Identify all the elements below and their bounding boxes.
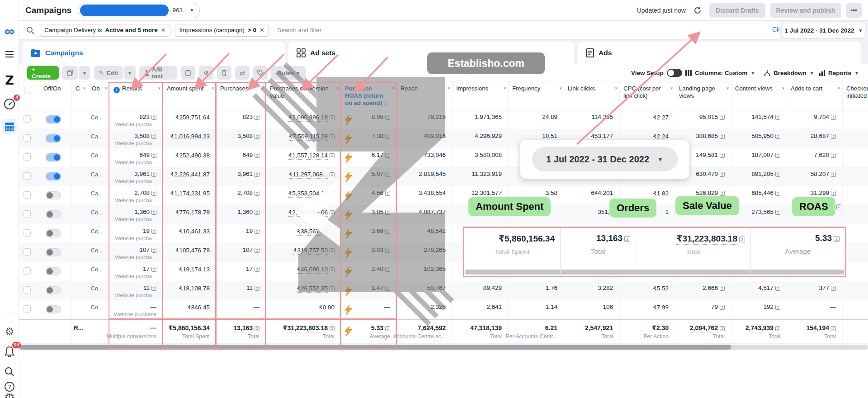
row-toggle[interactable]: [40, 243, 71, 262]
label-orders: Orders: [609, 199, 656, 218]
col-header-adds-to-cart[interactable]: Adds to cart▾: [787, 81, 842, 110]
row-checkbox[interactable]: [19, 148, 40, 167]
checkbox-icon: [24, 229, 31, 237]
duplicate-button[interactable]: [62, 66, 78, 80]
discard-drafts-button[interactable]: Discard Drafts: [709, 3, 765, 18]
pin-button[interactable]: [181, 66, 195, 80]
row-toggle[interactable]: [40, 110, 71, 129]
row-checkbox[interactable]: [19, 129, 40, 148]
col-header-objective[interactable]: Ob▾: [88, 81, 109, 110]
view-setup-toggle[interactable]: View Setup: [631, 66, 682, 80]
cell: 7,6202: [787, 148, 842, 167]
toggle-on-icon: [46, 134, 61, 142]
tab-ads[interactable]: Ads: [578, 42, 861, 64]
col-header-reach[interactable]: Reach▾: [396, 81, 452, 110]
attribution-icon: 2: [775, 134, 780, 139]
select-all-checkbox[interactable]: [19, 81, 40, 110]
highlight-box-roas: [340, 82, 397, 349]
export-button[interactable]: ⇄: [235, 66, 250, 80]
row-toggle[interactable]: [40, 148, 71, 167]
row-toggle[interactable]: [40, 186, 71, 205]
row-checkbox[interactable]: [19, 205, 40, 224]
bug-icon[interactable]: [0, 392, 19, 398]
filter-chip-impressions[interactable]: Impressions (campaign)> 0 ✕: [175, 24, 269, 37]
row-checkbox[interactable]: [19, 243, 40, 262]
search-icon[interactable]: [0, 365, 19, 379]
summary-value: 5.332: [751, 233, 845, 243]
cell-campaign: [71, 148, 88, 167]
attribution-icon: 2: [720, 172, 725, 177]
cell-campaign: [71, 262, 88, 281]
meta-logo-icon[interactable]: ∞: [0, 24, 19, 39]
checkbox-icon: [24, 210, 31, 218]
cell: ₹2.27: [619, 110, 675, 129]
edit-button[interactable]: ✎Edit: [94, 66, 123, 80]
col-header-frequency[interactable]: Frequency▾: [508, 81, 564, 110]
row-checkbox[interactable]: [19, 300, 40, 319]
cell-checkout: [842, 300, 868, 319]
col-header-campaign[interactable]: C▾: [71, 81, 88, 110]
reports-button[interactable]: Reports▼: [819, 66, 859, 80]
review-publish-button[interactable]: Review and publish: [770, 3, 842, 18]
row-toggle[interactable]: [40, 300, 71, 319]
row-checkbox[interactable]: [19, 167, 40, 186]
row-checkbox[interactable]: [19, 224, 40, 243]
row-toggle[interactable]: [40, 262, 71, 281]
tag-icon[interactable]: [253, 66, 268, 80]
edit-caret-button[interactable]: ▾: [124, 66, 136, 80]
breakdown-button[interactable]: Breakdown▼: [764, 66, 814, 80]
row-checkbox[interactable]: [19, 186, 40, 205]
cell-value: ₹7.99: [653, 304, 669, 311]
brand-z-icon[interactable]: Z: [0, 71, 19, 89]
row-toggle[interactable]: [40, 129, 71, 148]
summary-value: 13,1632: [561, 233, 636, 243]
summary-cell: 5.332Average: [750, 228, 845, 276]
columns-button[interactable]: Columns: Custom▼: [685, 66, 755, 80]
col-header-landing-page-views[interactable]: Landing page views▾: [675, 81, 731, 110]
row-checkbox[interactable]: [19, 281, 40, 300]
cell-sublabel: Per Action: [643, 333, 669, 340]
attribution-icon: 2: [775, 191, 780, 196]
cell-value: 12,301,577: [471, 190, 502, 196]
row-checkbox[interactable]: [19, 262, 40, 281]
date-range-selector[interactable]: 1 Jul 2022 - 31 Dec 2022 ▼: [783, 23, 865, 38]
cell-value: 192: [763, 303, 774, 311]
create-button[interactable]: + Create: [27, 66, 59, 80]
attribution-icon: 2: [624, 236, 630, 242]
account-selector[interactable]: 963.. ▼: [78, 3, 200, 18]
col-header-content-views[interactable]: Content views▾: [731, 81, 787, 110]
row-toggle[interactable]: [40, 224, 71, 243]
campaigns-grid-icon[interactable]: [0, 118, 19, 135]
col-header-checkout-initiated[interactable]: Checkout initiated: [842, 81, 868, 110]
close-icon[interactable]: ✕: [161, 27, 166, 33]
close-icon[interactable]: ✕: [259, 27, 264, 33]
rules-button[interactable]: Rules▾: [271, 66, 306, 80]
more-options-button[interactable]: •••: [846, 3, 862, 18]
menu-icon[interactable]: [0, 48, 19, 61]
col-header-link-clicks[interactable]: Link clicks▾: [564, 81, 619, 110]
refresh-icon[interactable]: [690, 4, 705, 17]
notifications-bell-icon[interactable]: 99: [0, 343, 19, 361]
filter-chip-delivery[interactable]: Campaign Delivery isActive and 5 more ✕: [40, 24, 170, 37]
cell: 141,5742: [731, 110, 787, 129]
ab-test-button[interactable]: A/B test: [139, 66, 177, 80]
delete-button[interactable]: [217, 66, 231, 80]
row-toggle[interactable]: [40, 281, 71, 300]
duplicate-caret-button[interactable]: ▾: [79, 66, 90, 80]
summary-label: Total: [561, 247, 636, 256]
col-header-impressions[interactable]: Impressions▾: [452, 81, 508, 110]
date-callout-pill[interactable]: 1 Jul 2022 - 31 Dec 2022 ▼: [532, 147, 678, 171]
row-checkbox[interactable]: [19, 110, 40, 129]
settings-gear-icon[interactable]: ⚙: [0, 324, 19, 339]
highlight-totals-line: [108, 318, 397, 320]
undo-icon[interactable]: ↺: [199, 66, 213, 80]
toggle-off-icon: [46, 229, 61, 237]
row-toggle[interactable]: [40, 205, 71, 224]
search-filter-placeholder[interactable]: Search and filter: [277, 27, 321, 33]
cell: 273,5652: [731, 205, 787, 224]
col-header-cpc-cost-per-link-click[interactable]: CPC (cost per link click)▾: [619, 81, 675, 110]
tab-campaigns[interactable]: Campaigns: [23, 42, 285, 64]
col-header-off-on[interactable]: Off/On: [40, 81, 71, 110]
row-toggle[interactable]: [40, 167, 71, 186]
speedometer-icon[interactable]: 4: [0, 96, 19, 112]
